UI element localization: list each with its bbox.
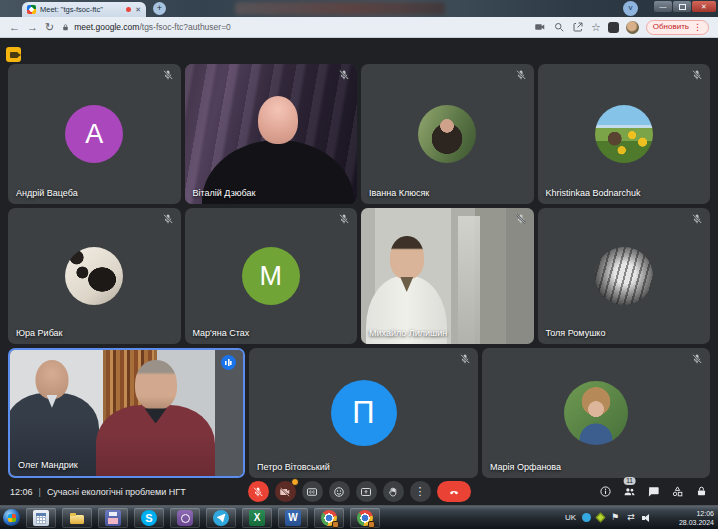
zoom-icon[interactable] (553, 21, 565, 33)
chrome-icon (321, 510, 337, 526)
maximize-button[interactable] (673, 1, 691, 12)
tile-row: A Андрій Вацеба Віталій Дзюбак Іванна Кл… (8, 64, 710, 204)
mic-muted-icon (338, 69, 350, 81)
meeting-info: 12:06 | Сучасні екологічні проблеми НГТ (10, 487, 186, 497)
mic-muted-icon (459, 353, 471, 365)
participant-tile[interactable]: M Мар'яна Стах (185, 208, 358, 344)
forward-icon[interactable]: → (27, 22, 38, 33)
language-indicator[interactable]: UK (565, 513, 576, 522)
taskbar-excel[interactable]: X (242, 508, 272, 528)
page-alert-icon[interactable] (6, 47, 21, 62)
participant-count-badge: 11 (623, 477, 636, 485)
participant-avatar (361, 208, 534, 344)
mic-muted-icon (691, 69, 703, 81)
start-button[interactable] (3, 509, 20, 526)
taskbar-clock[interactable]: 12:06 28.03.2024 (679, 509, 714, 527)
participant-tile[interactable]: Юра Рибак (8, 208, 181, 344)
photo-avatar-sunflower-field (595, 105, 653, 163)
extension-icon[interactable] (608, 22, 619, 33)
participant-tile[interactable]: Марія Орфанова (482, 348, 710, 478)
people-icon[interactable]: 11 (623, 485, 636, 498)
taskbar-telegram[interactable] (206, 508, 236, 528)
mic-muted-icon (515, 69, 527, 81)
sync-tray-icon[interactable]: ⇄ (626, 513, 636, 523)
taskbar-floppy-app[interactable] (98, 508, 128, 528)
taskbar-chrome[interactable] (314, 508, 344, 528)
participant-tile[interactable]: Віталій Дзюбак (185, 64, 358, 204)
participant-tile[interactable]: Олег Мандрик (8, 348, 245, 478)
participant-name: Khristinkaa Bodnarchuk (546, 188, 641, 198)
taskbar-calculator[interactable] (26, 508, 56, 528)
host-controls-lock-icon[interactable] (695, 485, 708, 498)
participant-name: Іванна Клюсяк (369, 188, 429, 198)
address-bar[interactable]: meet.google.com/tgs-fsoc-ftc?authuser=0 (61, 22, 231, 32)
browser-tab[interactable]: Meet: "tgs-fsoc-ftc" ✕ (22, 2, 146, 17)
taskbar-chrome-2[interactable] (350, 508, 380, 528)
calculator-icon (33, 510, 49, 526)
antivirus-tray-icon[interactable] (596, 513, 606, 523)
participant-avatar (8, 208, 181, 344)
back-icon[interactable]: ← (9, 22, 20, 33)
present-screen-button[interactable] (356, 481, 377, 502)
mic-muted-icon (691, 213, 703, 225)
clock-date: 28.03.2024 (679, 518, 714, 527)
taskbar-viber[interactable] (170, 508, 200, 528)
raise-hand-button[interactable] (383, 481, 404, 502)
photo-avatar-anime-grayscale (595, 247, 653, 305)
participant-tile[interactable]: П Петро Вітовський (249, 348, 478, 478)
profile-avatar[interactable] (626, 21, 639, 34)
participant-tile[interactable]: A Андрій Вацеба (8, 64, 181, 204)
participant-name: Толя Ромушко (546, 328, 606, 338)
update-chrome-button[interactable]: Обновить ⋮ (646, 20, 709, 35)
minimize-button[interactable]: — (654, 1, 672, 12)
toolbar-right: ☆ Обновить ⋮ (534, 20, 709, 35)
participant-tile[interactable]: Khristinkaa Bodnarchuk (538, 64, 711, 204)
browser-menu-icon[interactable]: ⋮ (693, 23, 702, 32)
volume-tray-icon[interactable] (642, 513, 652, 523)
participant-tile[interactable]: Толя Ромушко (538, 208, 711, 344)
tab-close-icon[interactable]: ✕ (135, 6, 141, 13)
info-icon[interactable] (599, 485, 612, 498)
mic-muted-icon (162, 69, 174, 81)
camera-off-button[interactable] (275, 481, 296, 502)
camera-alert-badge (291, 478, 299, 486)
meeting-panels: 11 (599, 485, 708, 498)
chevron-down-icon[interactable]: v (623, 1, 638, 16)
share-icon[interactable] (572, 21, 584, 33)
participant-name: Олег Мандрик (18, 460, 78, 470)
activities-icon[interactable] (671, 485, 684, 498)
participant-name: Андрій Вацеба (16, 188, 78, 198)
bookmark-star-icon[interactable]: ☆ (591, 22, 601, 33)
participant-avatar (185, 64, 358, 204)
new-tab-button[interactable]: + (153, 2, 166, 15)
close-button[interactable]: ✕ (692, 1, 716, 12)
leave-call-button[interactable] (437, 481, 471, 502)
taskbar-explorer[interactable] (62, 508, 92, 528)
chat-icon[interactable] (647, 485, 660, 498)
reactions-button[interactable] (329, 481, 350, 502)
telegram-icon (213, 510, 229, 526)
system-tray: UK ⚑ ⇄ (565, 506, 652, 529)
mic-muted-icon (338, 213, 350, 225)
participant-name: Марія Орфанова (490, 462, 561, 472)
taskbar-word[interactable]: W (278, 508, 308, 528)
flag-tray-icon[interactable]: ⚑ (610, 513, 620, 523)
browser-toolbar: ← → ↻ meet.google.com/tgs-fsoc-ftc?authu… (0, 17, 718, 38)
participant-tile[interactable]: Іванна Клюсяк (361, 64, 534, 204)
participant-avatar: П (249, 348, 478, 478)
tile-row: Олег Мандрик П Петро Вітовський Марія Ор… (8, 348, 710, 478)
video-feed-white-coat (361, 208, 534, 344)
meeting-time: 12:06 (10, 487, 33, 497)
mic-muted-icon (162, 213, 174, 225)
window-controls: — ✕ (654, 1, 716, 12)
mic-off-button[interactable] (248, 481, 269, 502)
more-options-button[interactable]: ⋮ (410, 481, 431, 502)
taskbar-skype[interactable]: S (134, 508, 164, 528)
captions-button[interactable] (302, 481, 323, 502)
letter-avatar: A (65, 105, 123, 163)
camera-in-use-icon[interactable] (534, 21, 546, 33)
telegram-tray-icon[interactable] (582, 513, 591, 522)
reload-icon[interactable]: ↻ (45, 22, 54, 33)
participant-tile[interactable]: Михайло Лилишин (361, 208, 534, 344)
lock-icon (61, 23, 70, 32)
